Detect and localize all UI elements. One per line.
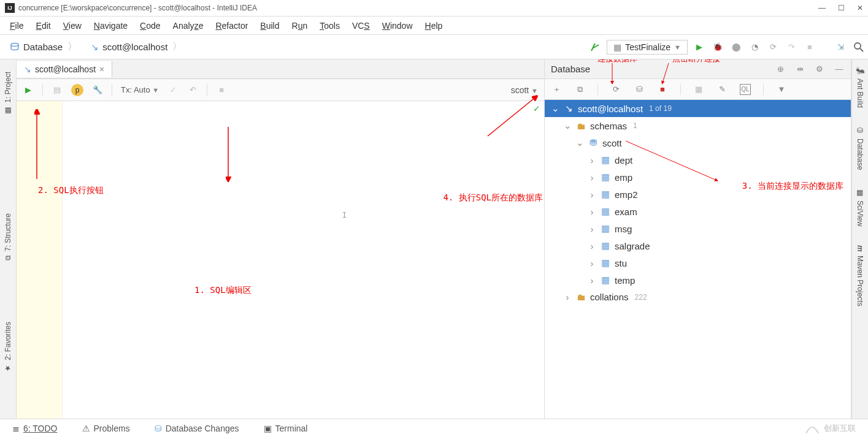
settings-icon[interactable]: 🔧 <box>92 85 103 96</box>
bottom-dbchanges[interactable]: ⛁Database Changes <box>155 424 239 433</box>
menu-build[interactable]: Build <box>254 18 285 33</box>
tree-label: temp <box>615 275 635 286</box>
stop-run-button[interactable]: ■ <box>804 42 815 53</box>
chevron-right-icon[interactable]: › <box>588 172 596 183</box>
build-icon[interactable] <box>590 42 601 53</box>
annotation-arrow <box>626 138 724 187</box>
edit-button[interactable]: ✎ <box>716 84 728 95</box>
editor-body[interactable]: ✓ 𝙸 <box>17 101 544 419</box>
sidebar-database[interactable]: ⛁Database <box>856 126 864 170</box>
menu-help[interactable]: Help <box>419 18 449 33</box>
run-configuration-select[interactable]: ▦ TestFinalize ▼ <box>607 40 688 55</box>
crumb-datasource[interactable]: ↘ scott@localhost <box>85 38 190 56</box>
datasource-icon: ↘ <box>563 103 574 114</box>
menu-file[interactable]: File <box>4 18 30 33</box>
duplicate-button[interactable]: ⧉ <box>574 84 585 95</box>
menu-tools[interactable]: Tools <box>313 18 346 33</box>
chevron-right-icon[interactable]: › <box>588 207 596 217</box>
menu-run[interactable]: Run <box>286 18 314 33</box>
tx-mode-select[interactable]: Tx: Auto ▼ <box>121 85 159 94</box>
sidebar-maven[interactable]: mMaven Projects <box>856 245 864 306</box>
chevron-down-icon[interactable]: ⌄ <box>575 137 584 148</box>
new-button[interactable]: ＋ <box>551 84 562 95</box>
tree-table[interactable]: ›▦exam <box>545 203 851 220</box>
chevron-right-icon[interactable]: › <box>588 189 596 200</box>
tree-table[interactable]: ›▦msg <box>545 220 851 237</box>
menu-vcs[interactable]: VCS <box>346 18 376 33</box>
menu-analyze[interactable]: Analyze <box>167 18 210 33</box>
minimize-panel-icon[interactable]: — <box>834 64 845 75</box>
attach-button[interactable]: ⟳ <box>767 42 778 53</box>
sidebar-ant[interactable]: 🐜Ant Build <box>856 66 864 108</box>
tree-label: msg <box>615 224 632 234</box>
menubar: File Edit View Navigate Code Analyze Ref… <box>0 17 868 35</box>
run-button[interactable]: ▶ <box>694 42 705 53</box>
tree-table[interactable]: ›▦temp <box>545 272 851 289</box>
rollback-button[interactable]: ↶ <box>187 85 198 96</box>
table-icon: ▦ <box>600 223 611 234</box>
maximize-button[interactable]: ☐ <box>838 4 845 12</box>
editor-tab-label: scott@localhost <box>35 64 96 74</box>
annotation-arrow <box>488 93 543 142</box>
chevron-right-icon[interactable]: › <box>588 241 596 251</box>
annotation-5: 5. 数据库正常连接 点击断开连接 <box>672 59 742 63</box>
run-config-label: TestFinalize <box>625 42 670 52</box>
data-view-button[interactable]: ▦ <box>693 84 704 95</box>
chevron-right-icon[interactable]: › <box>588 224 596 234</box>
commit-button[interactable]: ✓ <box>167 85 179 96</box>
bottom-terminal[interactable]: ▣Terminal <box>264 424 308 433</box>
text-cursor: 𝙸 <box>342 210 347 220</box>
minimize-button[interactable]: — <box>818 4 826 12</box>
chevron-right-icon[interactable]: › <box>588 155 596 165</box>
editor-tab-console[interactable]: ↘ scott@localhost × <box>17 61 112 77</box>
chevron-down-icon[interactable]: ⌄ <box>551 103 559 114</box>
table-icon: ▦ <box>600 257 611 268</box>
sidebar-project[interactable]: ▦1: Project <box>4 72 12 115</box>
split-icon[interactable]: ⇹ <box>794 64 805 75</box>
debug-button[interactable]: 🐞 <box>712 42 723 53</box>
jump-to-console-button[interactable]: QL <box>740 84 751 95</box>
update-project-icon[interactable]: ⇲ <box>835 42 846 53</box>
coverage-button[interactable]: ⬤ <box>731 42 742 53</box>
menu-edit[interactable]: Edit <box>30 18 57 33</box>
tree-collations[interactable]: › 🖿 collations 222 <box>545 289 851 305</box>
code-area[interactable]: ✓ 𝙸 <box>63 101 544 419</box>
close-button[interactable]: ✕ <box>857 4 863 12</box>
crumb-database[interactable]: Database <box>4 38 85 56</box>
menu-window[interactable]: Window <box>376 18 419 33</box>
tree-datasource[interactable]: ⌄ ↘ scott@localhost 1 of 19 <box>545 100 851 117</box>
chevron-right-icon[interactable]: › <box>588 275 596 286</box>
playground-button[interactable]: p <box>71 84 83 96</box>
explain-plan-button[interactable]: ▤ <box>52 85 63 96</box>
close-tab-icon[interactable]: × <box>99 64 104 74</box>
stop-button-disabled: ↷ <box>786 42 797 53</box>
tree-schemas[interactable]: ⌄ 🖿 schemas 1 <box>545 117 851 134</box>
schema-icon: ⛃ <box>588 137 599 148</box>
menu-view[interactable]: View <box>57 18 88 33</box>
sidebar-favorites[interactable]: ★2: Favorites <box>4 322 12 373</box>
gear-icon[interactable]: ⚙ <box>814 64 825 75</box>
sidebar-structure[interactable]: ⧉7: Structure <box>4 213 12 260</box>
menu-refactor[interactable]: Refactor <box>209 18 254 33</box>
bottom-problems[interactable]: ⚠Problems <box>82 424 130 433</box>
sidebar-sciview[interactable]: ▦SciView <box>856 188 864 226</box>
datasource-properties-button[interactable]: ⛁ <box>634 84 645 95</box>
annotation-arrow <box>606 63 618 88</box>
filter-button[interactable]: ▼ <box>776 84 787 95</box>
search-icon[interactable] <box>853 42 864 53</box>
menu-navigate[interactable]: Navigate <box>88 18 134 33</box>
terminal-icon: ▣ <box>264 424 272 433</box>
database-panel-title: Database <box>551 64 590 74</box>
tree-table[interactable]: ›▦stu <box>545 254 851 272</box>
profile-button[interactable]: ◔ <box>749 42 760 53</box>
bottom-todo[interactable]: ≣6: TODO <box>12 424 58 433</box>
database-icon <box>10 42 20 52</box>
add-datasource-icon[interactable]: ⊕ <box>775 64 786 75</box>
chevron-down-icon[interactable]: ⌄ <box>563 120 572 131</box>
svg-point-0 <box>11 43 18 46</box>
chevron-right-icon[interactable]: › <box>563 292 572 302</box>
execute-button[interactable]: ▶ <box>23 85 34 96</box>
chevron-right-icon[interactable]: › <box>588 258 596 268</box>
tree-table[interactable]: ›▦salgrade <box>545 237 851 254</box>
menu-code[interactable]: Code <box>134 18 166 33</box>
